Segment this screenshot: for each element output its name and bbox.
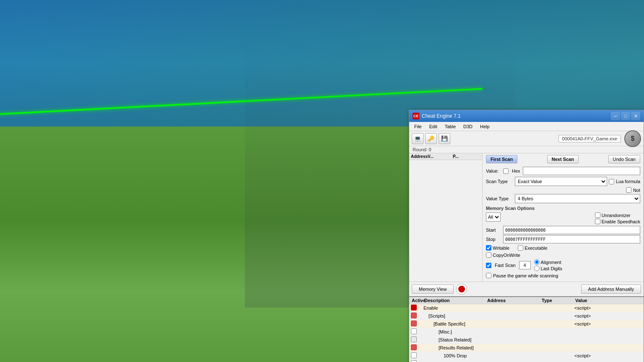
table-row[interactable]: [Scripts] <script> xyxy=(409,312,644,320)
stop-input[interactable]: 00007FFFFFFFFFFF xyxy=(503,235,640,243)
main-layout: Address V... P... First Scan Next Scan U… xyxy=(409,153,644,282)
bottom-buttons: Memory View Add Address Manually xyxy=(409,282,644,296)
alignment-radio[interactable] xyxy=(534,259,540,265)
menu-bar: File Edit Table D3D Help xyxy=(409,122,644,131)
next-scan-button[interactable]: Next Scan xyxy=(547,155,579,163)
scan-buttons-row: First Scan Next Scan Undo Scan xyxy=(486,155,640,163)
scan-type-row: Scan Type Exact Value Lua formula xyxy=(486,177,640,186)
not-row: Not xyxy=(486,187,640,193)
executable-checkbox[interactable] xyxy=(518,245,523,251)
maximize-button[interactable]: □ xyxy=(621,112,630,120)
table-row[interactable]: [Results Related] xyxy=(409,344,644,352)
scan-type-select[interactable]: Exact Value xyxy=(515,177,607,186)
fast-scan-value[interactable] xyxy=(519,261,531,269)
value-type-label: Value Type xyxy=(486,196,513,201)
start-input[interactable]: 0000000000000000 xyxy=(503,226,640,234)
process-label: 000041A0-FFV_Game.exe xyxy=(558,135,621,142)
title-buttons: ─ □ ✕ xyxy=(611,112,640,120)
close-button[interactable]: ✕ xyxy=(631,112,640,120)
memory-view-button[interactable]: Memory View xyxy=(412,284,454,294)
speedhack-row: Enable Speedhack xyxy=(595,219,640,224)
not-checkbox[interactable] xyxy=(626,187,631,193)
active-indicator xyxy=(411,321,417,326)
mem-scan-dropdown[interactable]: All xyxy=(486,212,501,222)
active-indicator xyxy=(411,336,417,342)
scan-settings-panel: First Scan Next Scan Undo Scan Value: He… xyxy=(483,153,644,282)
minimize-button[interactable]: ─ xyxy=(611,112,620,120)
copyonwrite-checkbox[interactable] xyxy=(486,252,491,258)
speedhack-checkbox[interactable] xyxy=(595,219,600,224)
active-indicator xyxy=(411,305,417,310)
stop-label: Stop xyxy=(486,237,501,242)
col-type: Type xyxy=(541,298,574,303)
row-description: [Status Related] xyxy=(423,337,486,342)
menu-edit[interactable]: Edit xyxy=(426,124,441,129)
menu-table[interactable]: Table xyxy=(441,124,459,129)
hex-checkbox[interactable] xyxy=(503,168,509,174)
row-description: 100% Drop xyxy=(423,353,486,358)
col-address: Address xyxy=(486,298,541,303)
stop-button[interactable] xyxy=(456,284,467,295)
ce-title: Cheat Engine 7.1 xyxy=(422,113,461,119)
value-type-row: Value Type 4 Bytes xyxy=(486,194,640,203)
pause-row: Pause the game while scanning xyxy=(486,273,640,278)
results-panel: Address V... P... xyxy=(409,153,483,282)
unrandomizer-label: Unrandomizer xyxy=(602,213,631,218)
active-indicator xyxy=(411,360,417,362)
first-scan-button[interactable]: First Scan xyxy=(486,155,517,163)
table-row[interactable]: [Battle Specific] <script> xyxy=(409,320,644,328)
table-row[interactable]: [Status Related] xyxy=(409,336,644,344)
address-table: Active Description Address Type Value En… xyxy=(409,296,644,362)
header-address: Address xyxy=(411,154,428,159)
last-digits-label: Last Digits xyxy=(541,266,562,271)
unrandomizer-checkbox[interactable] xyxy=(595,212,600,218)
fast-scan-checkbox[interactable] xyxy=(486,263,491,268)
active-indicator xyxy=(411,313,417,318)
start-label: Start xyxy=(486,228,501,233)
fast-scan-row: Fast Scan Alignment Last Digits xyxy=(486,259,640,271)
col-active: Active xyxy=(411,298,423,303)
pause-game-checkbox[interactable] xyxy=(486,273,491,278)
toolbar-save-btn[interactable]: 💾 xyxy=(439,133,450,144)
lua-formula-label: Lua formula xyxy=(616,179,640,184)
table-row[interactable]: [Misc.] xyxy=(409,328,644,336)
undo-scan-button[interactable]: Undo Scan xyxy=(608,155,640,163)
ce-logo: $ xyxy=(624,130,641,147)
title-bar: CE Cheat Engine 7.1 ─ □ ✕ xyxy=(409,110,644,122)
write-exec-row: Writable Executable xyxy=(486,245,640,251)
lua-formula-checkbox[interactable] xyxy=(609,179,614,184)
mem-scan-title: Memory Scan Options xyxy=(486,206,640,211)
header-value: V... xyxy=(428,154,453,159)
active-indicator xyxy=(411,328,417,334)
writable-item: Writable xyxy=(486,245,509,251)
results-content xyxy=(409,160,482,265)
mem-scan-left: All xyxy=(486,212,592,222)
writable-label: Writable xyxy=(493,246,509,251)
active-indicator xyxy=(411,344,417,350)
toolbar-key-btn[interactable]: 🔑 xyxy=(425,133,437,144)
value-type-select[interactable]: 4 Bytes xyxy=(515,194,640,203)
scan-mode-group: Alignment Last Digits xyxy=(534,259,562,271)
menu-d3d[interactable]: D3D xyxy=(460,124,476,129)
executable-label: Executable xyxy=(525,246,547,251)
table-row[interactable]: 100% Drop <script> xyxy=(409,352,644,360)
pause-game-label: Pause the game while scanning xyxy=(493,273,558,278)
ce-window: CE Cheat Engine 7.1 ─ □ ✕ File Edit Tabl… xyxy=(409,110,644,362)
active-indicator xyxy=(411,352,417,358)
table-row[interactable]: Gil Multiplier <script> xyxy=(409,360,644,362)
writable-checkbox[interactable] xyxy=(486,245,491,251)
row-value: <script> xyxy=(574,305,642,310)
scan-type-label: Scan Type xyxy=(486,179,513,184)
last-digits-radio[interactable] xyxy=(534,266,540,271)
value-input[interactable] xyxy=(523,167,640,175)
row-description: [Scripts] xyxy=(423,313,486,318)
menu-file[interactable]: File xyxy=(411,124,425,129)
table-header: Active Description Address Type Value xyxy=(409,297,644,304)
menu-help[interactable]: Help xyxy=(477,124,493,129)
toolbar-computer-btn[interactable]: 💻 xyxy=(412,133,423,144)
fast-scan-label: Fast Scan xyxy=(495,263,516,268)
header-prev: P... xyxy=(453,154,482,159)
unrandomizer-row: Unrandomizer xyxy=(595,212,640,218)
table-row[interactable]: Enable <script> xyxy=(409,304,644,312)
add-address-button[interactable]: Add Address Manually xyxy=(581,284,641,294)
